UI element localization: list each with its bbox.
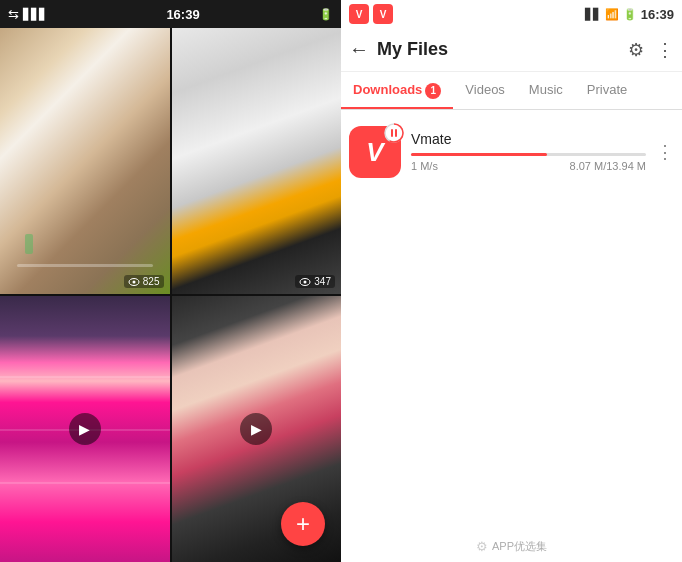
video-grid: 825 347 ▶ ▶ [0, 28, 341, 562]
play-btn-3[interactable]: ▶ [69, 413, 101, 445]
video-thumb-3[interactable]: ▶ [0, 296, 170, 562]
app-icon-letter: V [366, 139, 383, 165]
download-stats: 1 M/s 8.07 M/13.94 M [411, 160, 646, 172]
battery-icon: 🔋 [319, 8, 333, 21]
wifi-icon: 📶 [605, 8, 619, 21]
view-count-2: 347 [295, 275, 335, 288]
swap-icon: ⇆ [8, 7, 19, 22]
left-panel: ⇆ ▋▋▋ 16:39 🔋 825 347 [0, 0, 341, 562]
left-status-icons-left: ⇆ ▋▋▋ [8, 7, 47, 22]
svg-rect-6 [391, 129, 393, 137]
circular-progress [383, 122, 405, 144]
right-status-bar: V V ▋▋ 📶 🔋 16:39 [341, 0, 682, 28]
back-button[interactable]: ← [349, 38, 369, 61]
svg-point-1 [132, 280, 135, 283]
tab-private[interactable]: Private [575, 72, 639, 109]
tab-music[interactable]: Music [517, 72, 575, 109]
tabs-bar: Downloads1 Videos Music Private [341, 72, 682, 110]
download-info: Vmate 1 M/s 8.07 M/13.94 M [411, 131, 646, 172]
right-time: 16:39 [641, 7, 674, 22]
svg-rect-7 [395, 129, 397, 137]
left-status-icons-right: 🔋 [319, 8, 333, 21]
signal-icon: ▋▋ [585, 8, 601, 21]
play-btn-4[interactable]: ▶ [240, 413, 272, 445]
vmate-icon-2: V [373, 4, 393, 24]
tab-downloads[interactable]: Downloads1 [341, 72, 453, 109]
vmate-header-icons: V V [349, 4, 393, 24]
download-size: 8.07 M/13.94 M [570, 160, 646, 172]
app-icon-wrapper: V [349, 126, 401, 178]
gear-watermark-icon: ⚙ [476, 539, 488, 554]
svg-point-3 [304, 280, 307, 283]
signal-bars-icon: ▋▋▋ [23, 8, 47, 21]
battery-icon-right: 🔋 [623, 8, 637, 21]
more-options-icon[interactable]: ⋮ [656, 39, 674, 61]
video-thumb-1[interactable]: 825 [0, 28, 170, 294]
video-thumb-2[interactable]: 347 [172, 28, 342, 294]
left-status-bar: ⇆ ▋▋▋ 16:39 🔋 [0, 0, 341, 28]
toolbar-icons: ⚙ ⋮ [628, 39, 674, 61]
right-status-icons: ▋▋ 📶 🔋 16:39 [585, 7, 674, 22]
download-item-menu[interactable]: ⋮ [656, 141, 674, 163]
fab-add-button[interactable]: + [281, 502, 325, 546]
watermark-text: APP优选集 [492, 539, 547, 554]
progress-bar-wrapper [411, 153, 646, 156]
download-name: Vmate [411, 131, 646, 147]
download-speed: 1 M/s [411, 160, 438, 172]
vmate-icon-1: V [349, 4, 369, 24]
right-toolbar: ← My Files ⚙ ⋮ [341, 28, 682, 72]
settings-icon[interactable]: ⚙ [628, 39, 644, 61]
watermark: ⚙ APP优选集 [341, 531, 682, 562]
download-item: V Vmate 1 M/s 8.07 [349, 122, 674, 182]
right-panel: V V ▋▋ 📶 🔋 16:39 ← My Files ⚙ ⋮ Download… [341, 0, 682, 562]
download-list: V Vmate 1 M/s 8.07 [341, 110, 682, 532]
downloads-badge: 1 [425, 83, 441, 99]
tab-videos[interactable]: Videos [453, 72, 517, 109]
page-title: My Files [377, 39, 620, 60]
view-count-1: 825 [124, 275, 164, 288]
progress-bar-fill [411, 153, 547, 156]
left-time: 16:39 [166, 7, 199, 22]
